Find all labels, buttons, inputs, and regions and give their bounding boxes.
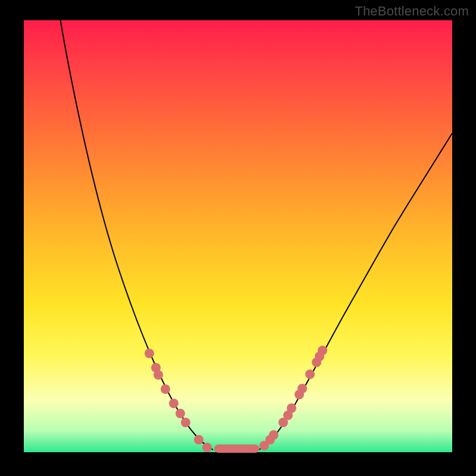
data-marker bbox=[298, 384, 307, 393]
data-marker bbox=[287, 403, 296, 413]
data-marker bbox=[145, 349, 154, 358]
plot-svg bbox=[24, 20, 452, 452]
plot-area bbox=[24, 20, 452, 452]
markers-right-group bbox=[259, 346, 327, 450]
data-marker bbox=[154, 370, 163, 380]
data-marker bbox=[161, 384, 170, 394]
data-marker bbox=[269, 430, 278, 440]
bottom-marker-pill bbox=[214, 444, 259, 453]
data-marker bbox=[194, 435, 203, 444]
watermark-text: TheBottleneck.com bbox=[355, 4, 469, 19]
curve-left bbox=[58, 8, 213, 450]
data-marker bbox=[202, 443, 212, 452]
markers-left-group bbox=[145, 349, 212, 452]
chart-frame: TheBottleneck.com bbox=[0, 0, 476, 476]
data-marker bbox=[181, 418, 190, 427]
data-marker bbox=[176, 409, 185, 418]
curve-right bbox=[259, 133, 452, 450]
data-marker bbox=[305, 369, 315, 379]
data-marker bbox=[318, 346, 327, 355]
data-marker bbox=[169, 399, 178, 408]
